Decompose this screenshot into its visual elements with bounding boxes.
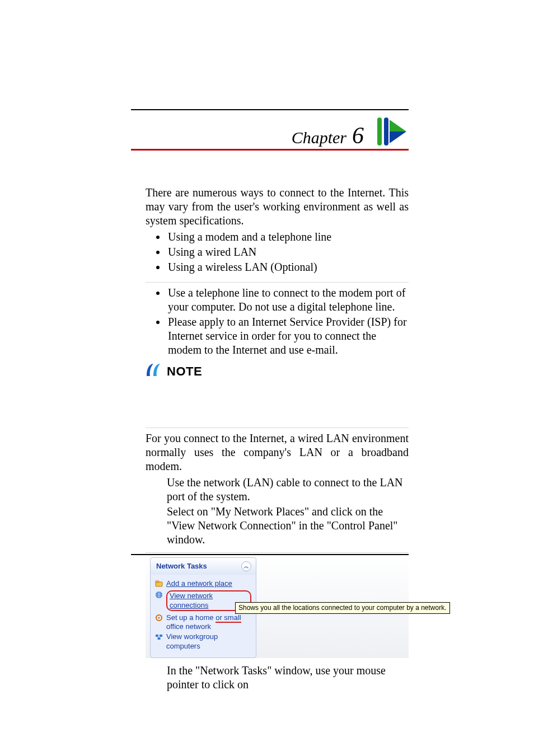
svg-rect-7: [158, 637, 161, 640]
spacer: [146, 381, 409, 420]
header-rule: [131, 109, 409, 110]
note-bullet-2: Please apply to an Internet Service Prov…: [167, 315, 409, 357]
workgroup-icon: [155, 633, 163, 641]
svg-rect-1: [156, 581, 159, 583]
note-icon: [146, 363, 162, 381]
intro-paragraph: There are numerous ways to connect to th…: [146, 186, 409, 228]
add-network-place-link[interactable]: Add a network place: [155, 578, 251, 589]
note-bullets: Use a telephone line to connect to the m…: [146, 286, 409, 357]
chapter-word: Chapter: [292, 128, 346, 147]
network-tasks-figure: Network Tasks ︽ Add a network place: [146, 552, 409, 658]
after-panel-text: In the "Network Tasks" window, use your …: [146, 664, 409, 692]
page: Chapter 6 There are numerous ways to con…: [0, 0, 534, 756]
view-network-connections-label: View network connections: [170, 591, 213, 609]
wired-steps: Use the network (LAN) cable to connect t…: [146, 476, 409, 547]
chapter-arrow-icon: [377, 118, 409, 148]
tooltip: Shows you all the locations connected to…: [235, 602, 450, 614]
intro-bullet-3: Using a wireless LAN (Optional): [167, 260, 409, 274]
footer-rule: [131, 554, 409, 555]
home-network-icon: [155, 614, 163, 622]
network-tasks-header[interactable]: Network Tasks ︽: [151, 558, 256, 575]
intro-bullets: Using a modem and a telephone line Using…: [146, 230, 409, 274]
globe-icon: [155, 591, 163, 599]
view-workgroup-label: View workgroup computers: [166, 632, 251, 651]
body-text: There are numerous ways to connect to th…: [146, 186, 409, 692]
note-label: NOTE: [167, 364, 202, 379]
setup-home-network-label-a: Set up a home: [166, 613, 216, 622]
folder-plus-icon: [155, 580, 163, 588]
view-workgroup-link[interactable]: View workgroup computers: [155, 631, 251, 652]
section-divider-2: [146, 428, 409, 428]
wired-paragraph: For you connect to the Internet, a wired…: [146, 431, 409, 473]
add-network-place-label: Add a network place: [166, 579, 232, 588]
chapter-heading: Chapter 6: [131, 118, 409, 151]
collapse-icon[interactable]: ︽: [241, 561, 251, 571]
chapter-number: 6: [352, 122, 364, 149]
note-row: NOTE: [146, 363, 409, 381]
setup-home-network-label-b: or small: [216, 613, 241, 623]
intro-bullet-1: Using a modem and a telephone line: [167, 230, 409, 244]
setup-home-network-line2[interactable]: office network: [166, 622, 251, 631]
svg-point-4: [158, 617, 160, 618]
intro-bullet-2: Using a wired LAN: [167, 245, 409, 259]
section-divider: [146, 282, 409, 283]
wired-step-2: Select on "My Network Places" and click …: [167, 505, 409, 547]
note-bullet-1: Use a telephone line to connect to the m…: [167, 286, 409, 314]
chapter-underline: [131, 149, 409, 151]
network-tasks-title: Network Tasks: [156, 562, 207, 571]
svg-rect-6: [160, 635, 162, 637]
wired-step-1: Use the network (LAN) cable to connect t…: [167, 476, 409, 504]
svg-rect-5: [156, 635, 158, 637]
